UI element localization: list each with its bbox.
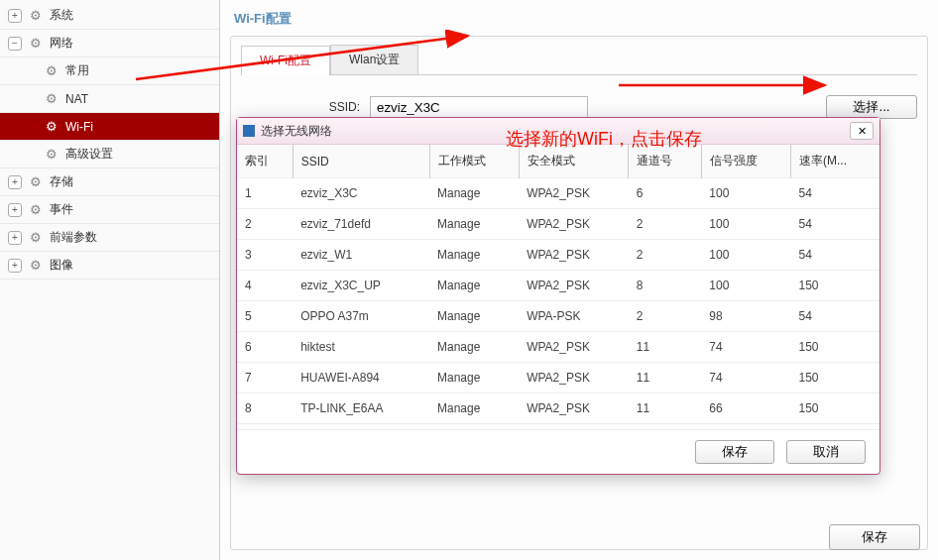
sidebar-item-1[interactable]: −网络 <box>0 30 219 57</box>
cell-mode: Manage <box>429 332 519 363</box>
dialog-cancel-button[interactable]: 取消 <box>786 440 866 464</box>
app-icon <box>243 125 255 137</box>
cell-idx: 7 <box>237 363 293 393</box>
select-network-dialog: 选择无线网络 ✕ 索引SSID工作模式安全模式通道号信号强度速率(M... 1e… <box>236 117 880 475</box>
cell-mode: Manage <box>429 178 519 209</box>
cell-idx: 6 <box>237 332 293 363</box>
cell-sec: WPA2_PSK <box>519 363 629 393</box>
table-row[interactable]: 7HUAWEI-A894ManageWPA2_PSK1174150 <box>237 363 879 393</box>
sidebar-item-7[interactable]: +事件 <box>0 196 219 224</box>
expand-toggle-icon[interactable]: + <box>8 203 22 217</box>
cell-mode: Manage <box>429 301 519 332</box>
cell-ssid: HUAWEI-A894 <box>293 363 429 393</box>
col-header-6[interactable]: 速率(M... <box>791 145 880 178</box>
sidebar-item-3[interactable]: NAT <box>0 85 219 113</box>
expand-toggle-icon[interactable]: + <box>8 9 22 23</box>
cell-ch: 2 <box>629 240 702 271</box>
cell-ch: 11 <box>629 332 702 363</box>
sidebar-item-5[interactable]: 高级设置 <box>0 141 219 168</box>
col-header-5[interactable]: 信号强度 <box>701 145 790 178</box>
cell-ch: 2 <box>629 209 702 240</box>
sidebar-item-9[interactable]: +图像 <box>0 252 219 280</box>
cell-sig: 66 <box>701 393 790 424</box>
cell-rate: 54 <box>791 209 880 240</box>
cell-sec: WPA-PSK <box>519 301 629 332</box>
panel-title: Wi-Fi配置 <box>230 4 928 36</box>
expand-toggle-icon[interactable]: − <box>8 37 22 51</box>
close-button[interactable]: ✕ <box>850 122 874 140</box>
cell-ch: 6 <box>629 178 702 209</box>
gear-icon <box>28 258 44 274</box>
expand-toggle-icon[interactable]: + <box>8 231 22 245</box>
sidebar-item-label: 前端参数 <box>50 229 97 246</box>
expand-toggle-icon[interactable]: + <box>8 259 22 273</box>
gear-icon <box>28 202 44 218</box>
tab-0[interactable]: Wi-Fi配置 <box>241 46 330 75</box>
cell-ch: 2 <box>629 301 702 332</box>
cell-sec: WPA2_PSK <box>519 393 629 424</box>
cell-mode: Manage <box>429 393 519 424</box>
col-header-0[interactable]: 索引 <box>237 145 293 178</box>
sidebar-item-label: 高级设置 <box>65 146 113 163</box>
cell-rate: 54 <box>791 178 880 209</box>
sidebar-item-label: NAT <box>65 92 88 106</box>
cell-sig: 100 <box>701 271 790 301</box>
cell-sig: 100 <box>701 209 790 240</box>
col-header-2[interactable]: 工作模式 <box>429 145 519 178</box>
cell-rate: 150 <box>791 393 880 424</box>
table-row[interactable]: 3ezviz_W1ManageWPA2_PSK210054 <box>237 240 879 271</box>
cell-rate: 150 <box>791 363 880 393</box>
cell-idx: 2 <box>237 209 293 240</box>
sidebar-item-8[interactable]: +前端参数 <box>0 224 219 252</box>
cell-ssid: OPPO A37m <box>293 301 429 332</box>
col-header-4[interactable]: 通道号 <box>629 145 702 178</box>
table-row[interactable]: 5OPPO A37mManageWPA-PSK29854 <box>237 301 879 332</box>
cell-mode: Manage <box>429 271 519 301</box>
table-row[interactable]: 8TP-LINK_E6AAManageWPA2_PSK1166150 <box>237 393 879 424</box>
ssid-input[interactable] <box>370 96 588 118</box>
col-header-3[interactable]: 安全模式 <box>519 145 629 178</box>
cell-sig: 74 <box>701 332 790 363</box>
cell-idx: 4 <box>237 271 293 301</box>
cell-rate: 54 <box>791 240 880 271</box>
sidebar: +系统−网络常用NATWi-Fi高级设置+存储+事件+前端参数+图像 <box>0 0 220 560</box>
cell-sig: 100 <box>701 240 790 271</box>
gear-icon <box>28 174 44 190</box>
tab-1[interactable]: Wlan设置 <box>330 45 418 74</box>
dialog-titlebar: 选择无线网络 ✕ <box>237 118 879 145</box>
cell-sig: 74 <box>701 363 790 393</box>
gear-icon <box>28 8 44 24</box>
select-button[interactable]: 选择... <box>826 95 917 119</box>
sidebar-item-0[interactable]: +系统 <box>0 2 219 30</box>
cell-ssid: TP-LINK_E6AA <box>293 393 429 424</box>
cell-ssid: hiktest <box>293 332 429 363</box>
dialog-save-button[interactable]: 保存 <box>695 440 774 464</box>
sidebar-item-label: 网络 <box>50 35 73 52</box>
table-row[interactable]: 6hiktestManageWPA2_PSK1174150 <box>237 332 879 363</box>
gear-icon <box>44 91 59 107</box>
expand-toggle-icon[interactable]: + <box>8 175 22 189</box>
sidebar-item-4[interactable]: Wi-Fi <box>0 113 219 141</box>
cell-rate: 54 <box>791 301 880 332</box>
cell-rate: 150 <box>791 271 880 301</box>
cell-mode: Manage <box>429 363 519 393</box>
gear-icon <box>28 230 44 246</box>
table-row[interactable]: 1ezviz_X3CManageWPA2_PSK610054 <box>237 178 879 209</box>
cell-ssid: ezviz_X3C <box>293 178 429 209</box>
tabs: Wi-Fi配置Wlan设置 <box>241 45 917 75</box>
sidebar-item-6[interactable]: +存储 <box>0 168 219 196</box>
save-button[interactable]: 保存 <box>829 524 920 550</box>
cell-mode: Manage <box>429 240 519 271</box>
sidebar-item-label: 存储 <box>50 173 73 190</box>
sidebar-item-label: 常用 <box>65 62 89 79</box>
network-table-wrap[interactable]: 索引SSID工作模式安全模式通道号信号强度速率(M... 1ezviz_X3CM… <box>237 145 879 430</box>
sidebar-item-label: 图像 <box>50 257 73 274</box>
cell-idx: 3 <box>237 240 293 271</box>
sidebar-item-2[interactable]: 常用 <box>0 57 219 85</box>
table-row[interactable]: 4ezviz_X3C_UPManageWPA2_PSK8100150 <box>237 271 879 301</box>
gear-icon <box>28 36 44 52</box>
col-header-1[interactable]: SSID <box>293 145 429 178</box>
cell-sec: WPA2_PSK <box>519 271 629 301</box>
table-row[interactable]: 2ezviz_71defdManageWPA2_PSK210054 <box>237 209 879 240</box>
network-table: 索引SSID工作模式安全模式通道号信号强度速率(M... 1ezviz_X3CM… <box>237 145 879 430</box>
